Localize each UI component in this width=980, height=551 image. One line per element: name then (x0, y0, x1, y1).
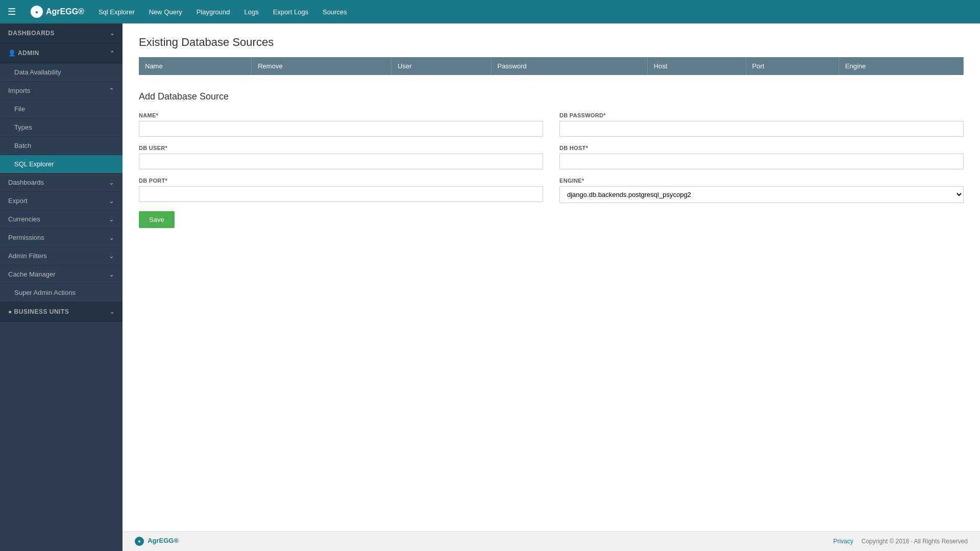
engine-select[interactable]: django.db.backends.postgresql_psycopg2 (559, 186, 964, 203)
sidebar-item-data-availability[interactable]: Data Availability (0, 63, 122, 82)
sidebar: DASHBOARDS ⌄ 👤 ADMIN ⌃ Data Availability… (0, 23, 122, 551)
form-actions: Save (139, 211, 964, 228)
col-header-name: Name (139, 57, 252, 75)
sidebar-business-units-label: ● BUSINESS UNITS (8, 308, 69, 315)
col-header-engine: Engine (839, 57, 963, 75)
engine-label: ENGINE* (559, 178, 964, 184)
logo-icon: ● (31, 6, 43, 18)
sidebar-section-admin[interactable]: 👤 ADMIN ⌃ (0, 43, 122, 63)
db-host-label: DB HOST* (559, 145, 964, 151)
name-input[interactable] (139, 121, 543, 137)
content-area: Existing Database Sources Name Remove Us… (122, 23, 980, 531)
nav-link-sql-explorer[interactable]: Sql Explorer (91, 0, 142, 23)
globe-icon: ● (8, 308, 14, 315)
sidebar-item-imports[interactable]: Imports ⌃ (0, 82, 122, 100)
chevron-down-icon-admin-filters: ⌄ (109, 252, 114, 260)
db-user-input[interactable] (139, 154, 543, 169)
sidebar-item-super-admin-actions[interactable]: Super Admin Actions (0, 284, 122, 302)
nav-links: Sql Explorer New Query Playground Logs E… (91, 0, 354, 23)
sidebar-item-sql-explorer[interactable]: SQL Explorer (0, 155, 122, 173)
nav-link-logs[interactable]: Logs (237, 0, 266, 23)
col-header-password: Password (491, 57, 647, 75)
nav-link-new-query[interactable]: New Query (142, 0, 189, 23)
chevron-down-icon-cache-manager: ⌄ (109, 270, 114, 278)
form-title: Add Database Source (139, 91, 964, 102)
main-layout: DASHBOARDS ⌄ 👤 ADMIN ⌃ Data Availability… (0, 23, 980, 551)
top-navigation: ☰ ● AgrEGG® Sql Explorer New Query Playg… (0, 0, 980, 23)
chevron-down-icon-export: ⌄ (109, 197, 114, 205)
logo-text: AgrEGG® (46, 7, 84, 16)
nav-link-sources[interactable]: Sources (315, 0, 354, 23)
sidebar-dashboards-label: DASHBOARDS (8, 30, 55, 37)
sidebar-item-permissions[interactable]: Permissions ⌄ (0, 229, 122, 247)
privacy-link[interactable]: Privacy (833, 538, 853, 545)
form-group-db-user: DB USER* (139, 145, 543, 169)
admin-icon: 👤 (8, 49, 18, 57)
sidebar-item-file[interactable]: File (0, 100, 122, 118)
hamburger-button[interactable]: ☰ (0, 0, 23, 23)
save-button[interactable]: Save (139, 211, 175, 228)
chevron-up-icon: ⌃ (110, 50, 115, 57)
form-row-name-password: NAME* DB PASSWORD* (139, 112, 964, 137)
db-password-label: DB PASSWORD* (559, 112, 964, 118)
footer: ● AgrEGG® Privacy Copyright © 2018 · All… (122, 531, 980, 551)
col-header-remove: Remove (252, 57, 391, 75)
db-password-input[interactable] (559, 121, 964, 137)
chevron-down-icon-business-units: ⌄ (110, 309, 115, 315)
sidebar-item-batch[interactable]: Batch (0, 137, 122, 155)
nav-link-export-logs[interactable]: Export Logs (266, 0, 315, 23)
footer-logo: ● AgrEGG® (135, 537, 179, 546)
main-content: Existing Database Sources Name Remove Us… (122, 23, 980, 551)
footer-right: Privacy Copyright © 2018 · All Rights Re… (833, 538, 968, 545)
existing-sources-table: Name Remove User Password Host Port Engi… (139, 57, 964, 75)
form-group-db-password: DB PASSWORD* (559, 112, 964, 137)
nav-link-playground[interactable]: Playground (189, 0, 237, 23)
chevron-up-icon-imports: ⌃ (109, 87, 114, 94)
sidebar-item-currencies[interactable]: Currencies ⌄ (0, 210, 122, 229)
form-group-engine: ENGINE* django.db.backends.postgresql_ps… (559, 178, 964, 203)
logo-area: ● AgrEGG® (23, 0, 91, 23)
sidebar-item-dashboards[interactable]: Dashboards ⌄ (0, 173, 122, 192)
chevron-down-icon: ⌄ (110, 30, 115, 37)
footer-logo-icon: ● (135, 537, 144, 546)
sidebar-admin-label: 👤 ADMIN (8, 49, 39, 57)
col-header-port: Port (746, 57, 839, 75)
chevron-down-icon-permissions: ⌄ (109, 234, 114, 241)
form-group-name: NAME* (139, 112, 543, 137)
sidebar-section-dashboards[interactable]: DASHBOARDS ⌄ (0, 23, 122, 43)
form-row-port-engine: DB PORT* ENGINE* django.db.backends.post… (139, 178, 964, 203)
col-header-user: User (391, 57, 492, 75)
db-port-label: DB PORT* (139, 178, 543, 184)
sidebar-item-export[interactable]: Export ⌄ (0, 192, 122, 210)
chevron-down-icon-dashboards: ⌄ (109, 179, 114, 186)
form-group-db-host: DB HOST* (559, 145, 964, 169)
name-label: NAME* (139, 112, 543, 118)
footer-logo-text: AgrEGG® (148, 537, 179, 544)
db-port-input[interactable] (139, 186, 543, 202)
form-row-user-host: DB USER* DB HOST* (139, 145, 964, 169)
sidebar-item-admin-filters[interactable]: Admin Filters ⌄ (0, 247, 122, 265)
db-host-input[interactable] (559, 154, 964, 169)
sidebar-section-business-units[interactable]: ● BUSINESS UNITS ⌄ (0, 302, 122, 322)
page-title: Existing Database Sources (139, 36, 964, 49)
sidebar-item-cache-manager[interactable]: Cache Manager ⌄ (0, 265, 122, 284)
db-user-label: DB USER* (139, 145, 543, 151)
col-header-host: Host (647, 57, 746, 75)
form-group-db-port: DB PORT* (139, 178, 543, 203)
footer-copyright: Copyright © 2018 · All Rights Reserved (862, 538, 968, 545)
chevron-down-icon-currencies: ⌄ (109, 215, 114, 223)
sidebar-item-types[interactable]: Types (0, 118, 122, 137)
